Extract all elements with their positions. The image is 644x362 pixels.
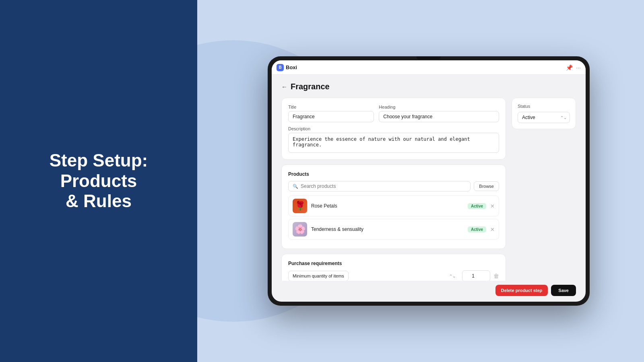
requirements-row: Minimum quantity of items ⌃⌄ 🗑 [288,270,499,281]
title-input[interactable] [288,111,374,122]
requirements-title: Purchase requirements [288,261,499,266]
form-column: Title Heading Description Exper [281,98,506,281]
product-item: 🌸 Tenderness & sensuality Active ✕ [288,219,499,240]
products-card: Products 🔍 Browse 🌹 [281,165,506,249]
requirement-delete-icon[interactable]: 🗑 [493,273,499,279]
status-select-wrapper: Active Inactive Draft ⌃⌄ [518,112,570,123]
title-heading-row: Title Heading [288,105,499,122]
requirement-type-select[interactable]: Minimum quantity of items [288,271,349,281]
title-group: Title [288,105,374,122]
heading-group: Heading [379,105,499,122]
search-box: 🔍 [288,181,471,191]
page-header: ← Fragrance [281,82,576,91]
search-row: 🔍 Browse [288,181,499,191]
requirement-type-wrapper: Minimum quantity of items ⌃⌄ [288,271,459,281]
top-bar: B Boxi 📌 ··· [272,60,586,75]
right-panel: B Boxi 📌 ··· ← Fragrance [197,0,644,362]
status-label: Status [518,104,570,109]
more-icon[interactable]: ··· [576,64,581,71]
product-thumbnail: 🌸 [293,222,307,237]
product-name: Tenderness & sensuality [311,226,468,232]
product-item: 🌹 Rose Petals Active ✕ [288,195,499,216]
product-thumbnail: 🌹 [293,199,307,213]
title-label: Title [288,105,374,109]
basic-info-card: Title Heading Description Exper [281,98,506,160]
left-panel: Step Setup: Products & Rules [0,0,197,362]
description-label: Description [288,126,499,131]
description-group: Description Experience the essence of na… [288,126,499,153]
hero-title: Step Setup: Products & Rules [50,150,148,212]
product-status-badge: Active [468,203,486,209]
tablet: B Boxi 📌 ··· ← Fragrance [268,56,590,306]
footer-actions: Delete product step Save [272,281,586,302]
requirement-quantity-input[interactable] [462,270,490,281]
app-name: Boxi [286,64,297,70]
products-title: Products [288,171,499,177]
pin-icon[interactable]: 📌 [566,64,573,71]
heading-input[interactable] [379,111,499,122]
product-remove-button[interactable]: ✕ [490,203,495,209]
logo: B Boxi [277,64,297,71]
content-area: ← Fragrance Title [272,75,586,281]
product-remove-button[interactable]: ✕ [490,226,495,232]
product-name: Rose Petals [311,203,468,209]
select-arrow-icon: ⌃⌄ [449,274,456,278]
back-button[interactable]: ← [281,83,287,90]
save-button[interactable]: Save [551,285,576,296]
search-icon: 🔍 [293,184,298,189]
search-input[interactable] [301,183,466,189]
main-layout: Title Heading Description Exper [281,98,576,281]
status-select[interactable]: Active Inactive Draft [518,112,570,123]
heading-label: Heading [379,105,499,109]
description-input[interactable]: Experience the essence of nature with ou… [288,133,499,153]
product-status-badge: Active [468,226,486,232]
browse-button[interactable]: Browse [474,181,499,191]
requirements-card: Purchase requirements Minimum quantity o… [281,254,506,281]
status-card: Status Active Inactive Draft ⌃⌄ [512,98,576,129]
delete-step-button[interactable]: Delete product step [495,285,548,296]
top-bar-icons: 📌 ··· [566,64,581,71]
logo-icon: B [277,64,284,71]
tablet-screen: B Boxi 📌 ··· ← Fragrance [272,60,586,302]
page-title: Fragrance [291,82,330,91]
